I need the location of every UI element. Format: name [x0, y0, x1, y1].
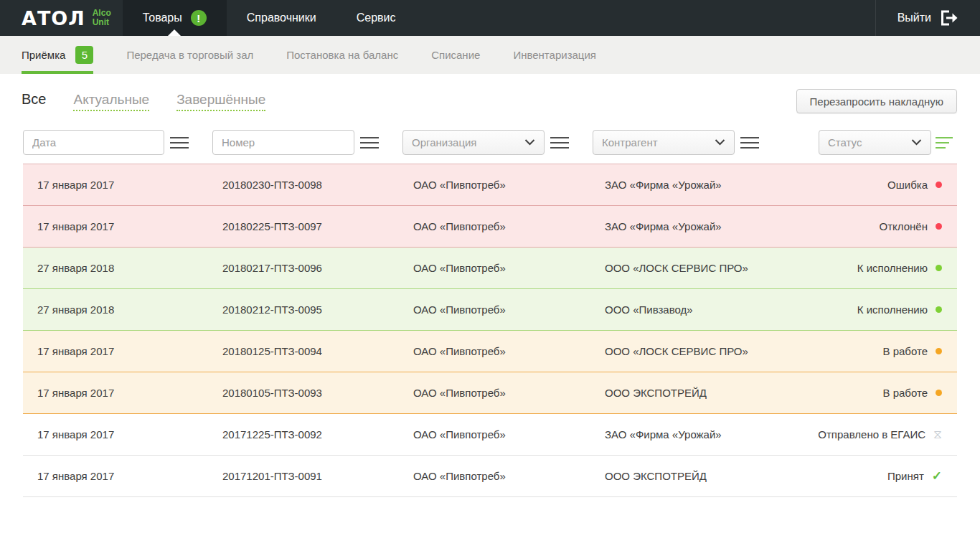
number-sort-icon[interactable] [360, 137, 379, 152]
cell-organization: ОАО «Пивпотреб» [413, 428, 605, 441]
view-tab-all[interactable]: Все [22, 91, 46, 110]
organization-filter-select[interactable]: Организация [402, 130, 545, 155]
receiving-count-badge: 5 [75, 46, 93, 64]
table-row[interactable]: 17 января 2017 20180105-ПТЗ-0093 ОАО «Пи… [23, 372, 957, 414]
cell-status: Отправлено в ЕГАИС ⧖ [749, 428, 957, 441]
cell-number: 20180217-ПТЗ-0096 [222, 262, 413, 274]
contragent-filter-value: Контрагент [602, 136, 658, 149]
organization-sort-icon[interactable] [550, 137, 569, 152]
cell-organization: ОАО «Пивпотреб» [413, 179, 605, 191]
status-label: В работе [882, 345, 928, 357]
status-label: Принят [887, 470, 924, 482]
operations-subnav: Приёмка 5 Передача в торговый зал Постан… [0, 36, 980, 74]
table-row[interactable]: 27 января 2018 20180212-ПТЗ-0095 ОАО «Пи… [23, 289, 957, 331]
cell-organization: ОАО «Пивпотреб» [413, 262, 605, 274]
date-sort-icon[interactable] [170, 137, 189, 152]
view-tab-completed[interactable]: Завершённые [176, 92, 265, 111]
cell-status: Принят ✓ [749, 470, 957, 482]
cell-status: К исполнению [749, 262, 957, 274]
logout-icon [940, 10, 958, 26]
status-filter-select[interactable]: Статус [819, 130, 931, 155]
cell-status: Отклонён [749, 220, 957, 232]
status-label: Отклонён [880, 220, 928, 232]
status-label: К исполнению [857, 262, 928, 274]
subnav-item-transfer-to-hall[interactable]: Передача в торговый зал [126, 36, 253, 74]
status-dot-icon [936, 390, 942, 396]
subnav-item-inventory-label: Инвентаризация [513, 49, 596, 61]
cell-contragent: ЗАО «Фирма «Урожай» [605, 220, 749, 232]
cell-contragent: ООО «Пивзавод» [605, 303, 749, 316]
subnav-item-transfer-label: Передача в торговый зал [126, 49, 253, 61]
organization-filter-value: Организация [412, 136, 476, 149]
view-tab-actual[interactable]: Актуальные [73, 92, 149, 111]
cell-status: Ошибка [749, 179, 957, 191]
top-navbar: АТОЛ Alco Unit Товары ! Справочники Серв… [0, 0, 980, 36]
hourglass-icon: ⧖ [933, 428, 942, 441]
chevron-down-icon [524, 139, 535, 146]
status-dot-icon [936, 223, 942, 230]
cell-date: 27 января 2018 [37, 303, 222, 316]
nav-item-goods[interactable]: Товары ! [123, 0, 227, 36]
subnav-item-balance[interactable]: Постановка на баланс [286, 36, 398, 74]
table-row[interactable]: 17 января 2017 20180230-ПТЗ-0098 ОАО «Пи… [23, 164, 957, 206]
cell-contragent: ООО ЭКСПОТРЕЙД [605, 470, 749, 482]
status-dot-icon [936, 265, 942, 271]
view-tabs: Все Актуальные Завершённые [22, 91, 265, 111]
alert-badge-icon: ! [191, 10, 207, 26]
nav-item-service[interactable]: Сервис [336, 0, 416, 36]
status-dot-icon [936, 182, 942, 188]
atol-logo: АТОЛ [22, 7, 85, 29]
date-filter-input[interactable] [23, 130, 164, 155]
cell-status: К исполнению [749, 303, 957, 316]
cell-organization: ОАО «Пивпотреб» [413, 387, 605, 399]
cell-number: 20180212-ПТЗ-0095 [222, 303, 413, 316]
status-filter-value: Статус [828, 136, 862, 149]
cell-organization: ОАО «Пивпотреб» [413, 303, 605, 316]
nav-item-directories[interactable]: Справочники [227, 0, 336, 36]
cell-date: 17 января 2017 [37, 179, 222, 191]
subnav-item-writeoff[interactable]: Списание [431, 36, 480, 74]
cell-number: 20171225-ПТЗ-0092 [222, 428, 413, 441]
number-filter-input[interactable] [212, 130, 354, 155]
chevron-down-icon [911, 139, 922, 146]
cell-status: В работе [749, 345, 957, 357]
cell-contragent: ЗАО «Фирма «Урожай» [605, 179, 749, 191]
table-row[interactable]: 27 января 2018 20180217-ПТЗ-0096 ОАО «Пи… [23, 248, 957, 289]
status-sort-active-icon[interactable] [936, 137, 954, 152]
cell-contragent: ООО «ЛОСК СЕРВИС ПРО» [605, 262, 749, 274]
app-logo: АТОЛ Alco Unit [0, 0, 123, 36]
alco-unit-label: Alco Unit [93, 9, 111, 27]
logout-button[interactable]: Выйти [875, 0, 980, 36]
cell-date: 17 января 2017 [37, 345, 222, 357]
cell-organization: ОАО «Пивпотреб» [413, 220, 605, 232]
contragent-sort-icon[interactable] [740, 137, 759, 152]
subnav-item-balance-label: Постановка на баланс [286, 49, 398, 61]
invoice-table: 17 января 2017 20180230-ПТЗ-0098 ОАО «Пи… [23, 164, 957, 497]
table-row[interactable]: 17 января 2017 20180125-ПТЗ-0094 ОАО «Пи… [23, 331, 957, 372]
cell-contragent: ЗАО «Фирма «Урожай» [605, 428, 749, 441]
cell-organization: ОАО «Пивпотреб» [413, 470, 605, 482]
cell-number: 20180105-ПТЗ-0093 [222, 387, 413, 399]
cell-number: 20180125-ПТЗ-0094 [222, 345, 413, 357]
cell-date: 17 января 2017 [37, 220, 222, 232]
nav-item-directories-label: Справочники [247, 11, 316, 24]
cell-contragent: ООО ЭКСПОТРЕЙД [605, 387, 749, 399]
status-label: В работе [882, 387, 928, 399]
table-row[interactable]: 17 января 2017 20171201-ПТЗ-0091 ОАО «Пи… [23, 456, 957, 497]
cell-date: 27 января 2018 [37, 262, 222, 274]
subnav-item-receiving[interactable]: Приёмка 5 [22, 36, 93, 74]
status-label: К исполнению [857, 303, 928, 316]
table-row[interactable]: 17 января 2017 20171225-ПТЗ-0092 ОАО «Пи… [23, 414, 957, 456]
requery-invoice-button[interactable]: Перезапросить накладную [796, 89, 957, 113]
nav-item-goods-label: Товары [143, 11, 182, 24]
table-row[interactable]: 17 января 2017 20180225-ПТЗ-0097 ОАО «Пи… [23, 206, 957, 248]
cell-date: 17 января 2017 [37, 470, 222, 482]
contragent-filter-select[interactable]: Контрагент [593, 130, 735, 155]
cell-status: В работе [749, 387, 957, 399]
cell-organization: ОАО «Пивпотреб» [413, 345, 605, 357]
cell-number: 20180230-ПТЗ-0098 [222, 179, 413, 191]
status-dot-icon [936, 306, 942, 313]
subnav-item-inventory[interactable]: Инвентаризация [513, 36, 596, 74]
status-dot-icon [936, 348, 942, 354]
nav-item-service-label: Сервис [357, 11, 396, 24]
